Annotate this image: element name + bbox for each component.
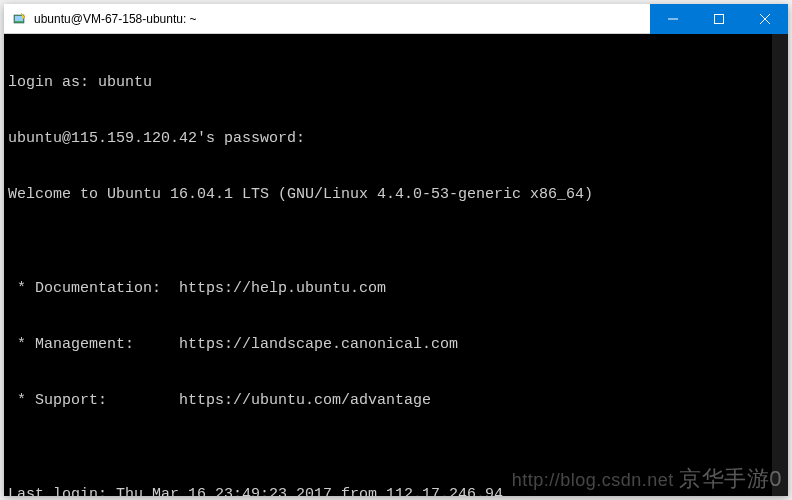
terminal-line: * Management: https://landscape.canonica…	[8, 336, 784, 355]
svg-rect-2	[715, 15, 724, 24]
terminal-line: Welcome to Ubuntu 16.04.1 LTS (GNU/Linux…	[8, 186, 784, 205]
maximize-button[interactable]	[696, 4, 742, 34]
putty-icon	[12, 11, 28, 27]
terminal-window: ubuntu@VM-67-158-ubuntu: ~ login as: ubu…	[4, 4, 788, 496]
terminal-line: Last login: Thu Mar 16 23:49:23 2017 fro…	[8, 486, 784, 496]
terminal-line: ubuntu@115.159.120.42's password:	[8, 130, 784, 149]
svg-rect-1	[15, 16, 23, 21]
terminal-line: login as: ubuntu	[8, 74, 784, 93]
terminal-line: * Documentation: https://help.ubuntu.com	[8, 280, 784, 299]
terminal-area[interactable]: login as: ubuntu ubuntu@115.159.120.42's…	[4, 34, 788, 496]
window-title: ubuntu@VM-67-158-ubuntu: ~	[34, 12, 650, 26]
titlebar[interactable]: ubuntu@VM-67-158-ubuntu: ~	[4, 4, 788, 34]
close-button[interactable]	[742, 4, 788, 34]
window-controls	[650, 4, 788, 33]
terminal-line: * Support: https://ubuntu.com/advantage	[8, 392, 784, 411]
terminal-scrollbar[interactable]	[772, 34, 788, 496]
minimize-button[interactable]	[650, 4, 696, 34]
